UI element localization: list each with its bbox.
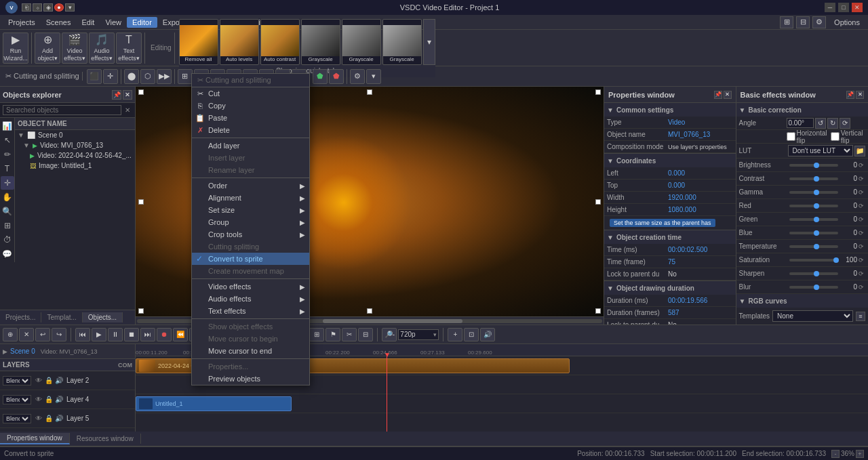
cm-convert-to-sprite[interactable]: ✓ Convert to sprite bbox=[192, 253, 309, 265]
grid-btn[interactable]: ⊞ bbox=[1, 219, 14, 232]
reset-angle-btn[interactable]: ⟳ bbox=[840, 118, 850, 129]
blue-slider[interactable] bbox=[789, 232, 839, 234]
quick-access-btn[interactable]: ⎗ bbox=[22, 3, 31, 12]
zoom-out-status-btn[interactable]: - bbox=[831, 450, 840, 458]
eye-icon-2[interactable]: 👁 bbox=[34, 395, 43, 404]
audio-icon-1[interactable]: 🔊 bbox=[54, 376, 64, 385]
video-effects-btn[interactable]: 🎬 Videoeffects▾ bbox=[62, 33, 87, 64]
cm-order[interactable]: Order ▶ bbox=[192, 180, 309, 192]
record-btn[interactable]: ● bbox=[54, 3, 64, 12]
gamma-reset-btn[interactable]: ⟳ bbox=[857, 188, 865, 196]
cm-crop-tools[interactable]: Crop tools ▶ bbox=[192, 228, 309, 241]
tl-slow-btn[interactable]: ⏪ bbox=[173, 328, 188, 341]
green-reset-btn[interactable]: ⟳ bbox=[857, 215, 865, 224]
obj-image1[interactable]: 🖼 Image: Untitled_1 bbox=[15, 161, 135, 171]
select-tool-btn[interactable]: ⬛ bbox=[87, 69, 102, 84]
templates-settings-btn[interactable]: ≡ bbox=[856, 312, 865, 321]
cm-set-size[interactable]: Set size ▶ bbox=[192, 204, 309, 216]
saturation-slider[interactable] bbox=[789, 259, 839, 262]
be-close-btn[interactable]: ✕ bbox=[856, 91, 864, 99]
run-wizard-btn[interactable]: ▶ Run Wizard... bbox=[3, 33, 28, 64]
prop-pin-btn[interactable]: 📌 bbox=[714, 91, 722, 99]
filter-auto-contrast[interactable]: Auto contrast bbox=[260, 19, 300, 65]
menu-scenes[interactable]: Scenes bbox=[41, 17, 77, 28]
maximize-btn[interactable]: □ bbox=[838, 3, 849, 12]
cm-cut[interactable]: ✂ Cut bbox=[192, 87, 309, 100]
cm-audio-effects[interactable]: Audio effects ▶ bbox=[192, 293, 309, 305]
menu-view[interactable]: View bbox=[100, 17, 127, 28]
settings-gear-btn[interactable]: ⚙ bbox=[350, 69, 365, 84]
blend-select-3[interactable]: Blend bbox=[3, 414, 31, 423]
chart-btn[interactable]: 📊 bbox=[1, 119, 14, 133]
text-btn[interactable]: T bbox=[1, 162, 14, 175]
cm-preview-objects[interactable]: Preview objects bbox=[192, 373, 309, 385]
green-tool-btn[interactable]: ⬟ bbox=[313, 69, 328, 84]
minimize-btn[interactable]: ─ bbox=[825, 3, 835, 12]
templates-select[interactable]: None bbox=[772, 310, 853, 322]
tl-next-btn[interactable]: ⏭ bbox=[140, 328, 155, 341]
filter-grayscale1[interactable]: Grayscale bbox=[301, 19, 340, 65]
lut-select[interactable]: Don't use LUT bbox=[788, 145, 854, 156]
lock-icon-3[interactable]: 🔒 bbox=[44, 414, 54, 423]
red-slider[interactable] bbox=[789, 205, 839, 207]
timeline-btn[interactable]: ⏱ bbox=[1, 233, 14, 247]
lut-folder-btn[interactable]: 📁 bbox=[854, 146, 865, 156]
lock-icon-2[interactable]: 🔒 bbox=[44, 395, 54, 404]
zoom-in-status-btn[interactable]: + bbox=[856, 450, 864, 458]
search-close-btn[interactable]: ✕ bbox=[123, 106, 132, 115]
obj-video2[interactable]: ▶ Video: 2022-04-24 02-56-42_... bbox=[15, 150, 135, 161]
blur-reset-btn[interactable]: ⟳ bbox=[857, 283, 865, 291]
playhead[interactable] bbox=[387, 356, 387, 432]
obj-video1[interactable]: ▼ ▶ Video: MVI_0766_13 bbox=[15, 140, 135, 150]
tl-stop-btn[interactable]: ⏹ bbox=[124, 328, 139, 341]
tl-delete-btn[interactable]: ✕ bbox=[19, 328, 34, 341]
stop-btn[interactable]: ⬡ bbox=[140, 69, 155, 84]
set-size-btn[interactable]: Set the same size as the parent has bbox=[610, 219, 715, 227]
explorer-pin-btn[interactable]: 📌 bbox=[112, 90, 121, 100]
contrast-slider[interactable] bbox=[789, 177, 839, 180]
cursor-btn[interactable]: ↖ bbox=[1, 133, 14, 147]
zoom-in-btn[interactable]: ⊞ bbox=[178, 69, 193, 84]
layout-btn2[interactable]: ⊟ bbox=[796, 16, 810, 28]
objects-search-input[interactable] bbox=[3, 105, 121, 115]
red-tool-btn[interactable]: ⬟ bbox=[329, 69, 344, 84]
quick-access-btn2[interactable]: ⬦ bbox=[33, 3, 42, 12]
temperature-slider[interactable] bbox=[789, 245, 839, 248]
cm-text-effects[interactable]: Text effects ▶ bbox=[192, 305, 309, 317]
eye-icon-3[interactable]: 👁 bbox=[34, 414, 43, 423]
cm-copy[interactable]: ⎘ Copy bbox=[192, 100, 309, 112]
tl-marker-btn[interactable]: ⚑ bbox=[326, 328, 340, 341]
filter-grayscale2[interactable]: Grayscale bbox=[342, 19, 381, 65]
tl-record-btn[interactable]: ⏺ bbox=[157, 328, 172, 341]
tab-resources-window[interactable]: Resources window bbox=[70, 434, 141, 444]
blue-reset-btn[interactable]: ⟳ bbox=[857, 229, 865, 237]
more-btn[interactable]: ▾ bbox=[366, 69, 381, 84]
tl-snap-btn[interactable]: ⊞ bbox=[309, 328, 324, 341]
filter-remove-all[interactable]: Remove all bbox=[179, 19, 218, 65]
drawing-duration-title[interactable]: ▼ Object drawing duration bbox=[604, 281, 736, 295]
audio-icon-3[interactable]: 🔊 bbox=[54, 414, 64, 423]
contrast-reset-btn[interactable]: ⟳ bbox=[857, 175, 865, 183]
tl-undo-btn[interactable]: ↩ bbox=[35, 328, 50, 341]
rotate-cw-btn[interactable]: ↻ bbox=[827, 118, 838, 129]
eye-icon-1[interactable]: 👁 bbox=[34, 376, 43, 385]
tl-split-btn[interactable]: ⊟ bbox=[358, 328, 373, 341]
handle-top-left[interactable] bbox=[138, 89, 144, 95]
prop-close-btn[interactable]: ✕ bbox=[724, 91, 732, 99]
blend-select-1[interactable]: Blend bbox=[3, 376, 31, 385]
tab-projects[interactable]: Projects... bbox=[0, 312, 41, 322]
cm-paste[interactable]: 📋 Paste bbox=[192, 112, 309, 124]
saturation-reset-btn[interactable]: ⟳ bbox=[857, 256, 865, 264]
close-btn[interactable]: ✕ bbox=[852, 3, 863, 12]
tl-resolution-select[interactable]: 720p ▾ bbox=[398, 329, 439, 340]
handle-bottom-right[interactable] bbox=[595, 308, 601, 314]
tab-templates[interactable]: Templat... bbox=[41, 312, 82, 322]
handle-mid-left[interactable] bbox=[138, 199, 144, 205]
coordinates-title[interactable]: ▼ Coordinates bbox=[604, 154, 736, 167]
scrollbar-thumb[interactable] bbox=[323, 319, 462, 323]
tl-pause-btn[interactable]: ⏸ bbox=[108, 328, 123, 341]
temperature-reset-btn[interactable]: ⟳ bbox=[857, 243, 865, 251]
red-reset-btn[interactable]: ⟳ bbox=[857, 202, 865, 210]
creation-time-title[interactable]: ▼ Object creation time bbox=[604, 230, 736, 244]
cm-add-layer[interactable]: Add layer bbox=[192, 140, 309, 152]
